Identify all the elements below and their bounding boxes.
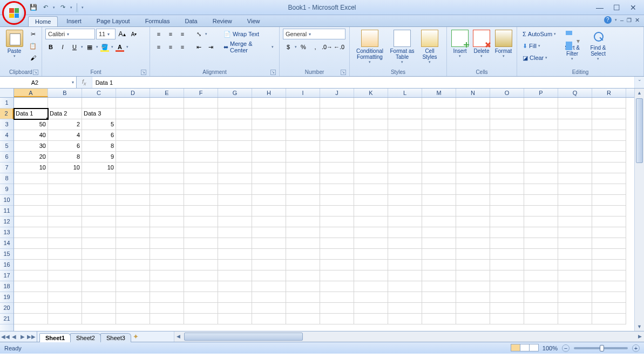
cell[interactable] (218, 109, 252, 119)
cell[interactable] (82, 206, 116, 216)
cell[interactable] (490, 206, 524, 216)
row-header[interactable]: 11 (0, 206, 13, 216)
format-painter-icon[interactable]: 🖌 (28, 52, 38, 63)
cell[interactable] (252, 162, 286, 173)
cell[interactable] (354, 195, 388, 206)
cell-styles-button[interactable]: Cell Styles▾ (418, 29, 442, 65)
cell[interactable] (286, 195, 320, 206)
cell[interactable]: 6 (82, 130, 116, 141)
cell[interactable] (592, 109, 626, 119)
tab-page-layout[interactable]: Page Layout (90, 16, 137, 26)
cell[interactable] (184, 260, 218, 270)
cell[interactable] (150, 260, 184, 270)
cell[interactable] (218, 292, 252, 303)
cell[interactable] (320, 173, 354, 184)
cell[interactable] (354, 281, 388, 292)
column-header[interactable]: D (116, 89, 150, 97)
font-color-icon[interactable]: A (114, 42, 125, 52)
cell[interactable] (320, 141, 354, 152)
cell[interactable] (422, 270, 456, 281)
column-header[interactable]: L (388, 89, 422, 97)
cell[interactable] (490, 173, 524, 184)
cell[interactable] (14, 303, 48, 314)
row-header[interactable]: 3 (0, 119, 13, 130)
row-header[interactable]: 6 (0, 152, 13, 162)
cell[interactable] (150, 152, 184, 162)
cell[interactable] (456, 206, 490, 216)
cell[interactable] (320, 249, 354, 260)
cell[interactable] (252, 292, 286, 303)
cell[interactable] (150, 184, 184, 195)
cell[interactable] (558, 119, 592, 130)
cell[interactable] (592, 162, 626, 173)
cell[interactable] (184, 227, 218, 238)
cell[interactable] (252, 109, 286, 119)
cell[interactable]: 50 (14, 119, 48, 130)
cell[interactable] (524, 206, 558, 216)
cell[interactable] (456, 173, 490, 184)
find-select-button[interactable]: Find & Select▾ (586, 29, 610, 62)
cell[interactable] (252, 98, 286, 109)
cell[interactable] (48, 195, 82, 206)
cell[interactable] (524, 292, 558, 303)
cell[interactable] (490, 130, 524, 141)
cell[interactable] (456, 184, 490, 195)
cell[interactable] (286, 184, 320, 195)
cell[interactable] (286, 173, 320, 184)
cell[interactable] (150, 303, 184, 314)
cell[interactable] (320, 119, 354, 130)
row-header[interactable]: 5 (0, 141, 13, 152)
save-icon[interactable]: 💾 (29, 3, 38, 12)
orientation-icon[interactable]: ⤡ (193, 29, 204, 39)
align-center-icon[interactable]: ≡ (165, 42, 176, 52)
cell[interactable] (456, 303, 490, 314)
cell[interactable] (422, 119, 456, 130)
alignment-launcher-icon[interactable]: ↘ (270, 70, 276, 75)
zoom-slider[interactable] (574, 347, 628, 349)
row-header[interactable]: 20 (0, 303, 13, 314)
cell[interactable] (286, 281, 320, 292)
row-header[interactable]: 13 (0, 227, 13, 238)
cell[interactable] (252, 216, 286, 227)
cell[interactable] (354, 152, 388, 162)
cell[interactable] (82, 195, 116, 206)
help-icon[interactable]: ? (604, 16, 612, 24)
cell[interactable] (184, 303, 218, 314)
column-header[interactable]: N (456, 89, 490, 97)
cell[interactable] (116, 303, 150, 314)
doc-close-icon[interactable]: ✕ (635, 17, 640, 24)
column-header[interactable]: K (354, 89, 388, 97)
sheet-tab[interactable]: Sheet2 (70, 333, 101, 342)
cell[interactable] (354, 119, 388, 130)
align-right-icon[interactable]: ≡ (177, 42, 188, 52)
cell[interactable] (592, 184, 626, 195)
cell[interactable] (82, 281, 116, 292)
cell[interactable] (286, 292, 320, 303)
cell[interactable] (456, 227, 490, 238)
format-as-table-button[interactable]: Format as Table▾ (389, 29, 416, 65)
cell[interactable] (82, 227, 116, 238)
cell[interactable] (388, 109, 422, 119)
cell[interactable] (388, 98, 422, 109)
row-header[interactable]: 14 (0, 238, 13, 249)
tab-data[interactable]: Data (178, 16, 204, 26)
cell[interactable] (14, 238, 48, 249)
cell[interactable] (558, 206, 592, 216)
cell[interactable] (184, 206, 218, 216)
cell[interactable] (558, 238, 592, 249)
cell[interactable] (592, 98, 626, 109)
cell[interactable] (82, 238, 116, 249)
cell[interactable] (82, 173, 116, 184)
scroll-right-icon[interactable]: ▶ (635, 331, 644, 342)
vscroll-thumb[interactable] (636, 98, 643, 163)
cell[interactable] (524, 98, 558, 109)
cell[interactable] (320, 184, 354, 195)
spreadsheet-grid[interactable]: ABCDEFGHIJKLMNOPQR 123456789101112131415… (0, 89, 644, 331)
cell[interactable] (388, 281, 422, 292)
cell[interactable] (116, 227, 150, 238)
cell[interactable] (320, 130, 354, 141)
cell[interactable] (320, 98, 354, 109)
cell[interactable] (320, 195, 354, 206)
cell[interactable] (388, 303, 422, 314)
cell[interactable] (14, 173, 48, 184)
